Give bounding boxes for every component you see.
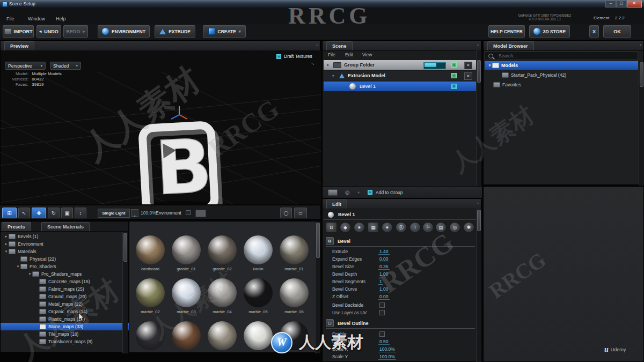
environment-swatch[interactable] — [195, 210, 206, 217]
param-value[interactable]: 0.00 — [378, 294, 390, 300]
add-to-group-checkbox[interactable] — [368, 190, 372, 195]
environment-button[interactable]: ENVIRONMENT — [98, 25, 150, 38]
material-thumb[interactable]: marble_02 — [134, 278, 166, 314]
light-dropdown-box[interactable]: ▾ — [131, 209, 138, 217]
tree-item-pro-shaders[interactable]: ▾Pro_Shaders — [1, 263, 137, 270]
material-thumb[interactable]: marble_01 — [278, 235, 310, 271]
material-thumb[interactable]: granite_02 — [206, 235, 238, 271]
menu-file[interactable]: File — [6, 16, 14, 21]
menu-window[interactable]: Window — [28, 16, 45, 21]
add-icon[interactable]: + — [357, 190, 360, 195]
model-delete-button[interactable]: ✕ — [464, 72, 472, 80]
expand-arrow-icon[interactable]: ▸ — [331, 73, 336, 78]
param-value[interactable]: 1.40 — [378, 249, 390, 255]
presets-scrollbar[interactable] — [122, 232, 128, 353]
environment-checkbox[interactable] — [186, 210, 191, 215]
material-thumb[interactable]: marble_05 — [242, 278, 274, 314]
tab-presets[interactable]: Presets — [2, 222, 31, 231]
store-3d-button[interactable]: 3D STORE — [529, 25, 570, 38]
tab-icon-ring[interactable]: ◎ — [449, 222, 460, 233]
close-window-button[interactable]: ✕ — [627, 1, 642, 8]
material-thumb[interactable]: marble_06 — [278, 278, 310, 314]
tab-icon-texture[interactable]: ▦ — [368, 222, 379, 233]
material-thumb[interactable] — [170, 321, 202, 350]
material-thumb[interactable]: granite_01 — [170, 235, 202, 271]
create-button[interactable]: CREATE ▾ — [203, 25, 246, 38]
camera-mode-dropdown[interactable]: Perspective ▾ — [5, 62, 46, 70]
shading-mode-dropdown[interactable]: Shaded ▾ — [50, 62, 81, 70]
model-browser-scrollbar[interactable] — [639, 61, 644, 186]
param-value[interactable]: 1.00 — [378, 286, 390, 292]
scene-row-group-folder[interactable]: ▸ Group Folder ▾ ✕ — [324, 60, 476, 70]
expand-arrow-icon[interactable]: ▾ — [487, 63, 492, 68]
edit-scrollbar[interactable] — [476, 209, 481, 362]
menu-help[interactable]: Help — [56, 16, 66, 21]
tab-scene[interactable]: Scene — [326, 41, 353, 50]
tab-edit[interactable]: Edit — [326, 200, 347, 209]
material-thumb[interactable]: marble_03 — [170, 278, 202, 314]
param-value[interactable]: 1.00 — [378, 271, 390, 277]
globe-icon[interactable]: ◎ — [345, 189, 350, 195]
scene-row-extrusion-model[interactable]: ▸ Extrusion Model ✕ — [324, 71, 476, 80]
panel-menu-arrow[interactable]: › — [640, 42, 641, 48]
undo-button[interactable]: ◂ UNDO — [36, 25, 61, 38]
tab-icon-bevel-text[interactable]: B — [326, 222, 337, 233]
new-folder-icon[interactable] — [328, 189, 338, 196]
panel-menu-arrow[interactable]: › — [316, 42, 318, 48]
bevel-backside-checkbox[interactable] — [379, 302, 385, 308]
material-thumb[interactable] — [206, 321, 238, 350]
search-input[interactable] — [497, 53, 628, 59]
material-thumb[interactable] — [134, 321, 166, 350]
browser-row-favorites[interactable]: Favorites — [485, 80, 638, 89]
render-sphere-tool[interactable]: ◯ — [280, 208, 292, 218]
help-center-button[interactable]: HELP CENTER — [488, 25, 525, 38]
expand-arrow-icon[interactable]: ▸ — [326, 63, 331, 67]
draft-textures-checkbox[interactable] — [276, 54, 281, 59]
param-value[interactable]: 0.00 — [378, 256, 390, 262]
move-tool[interactable]: ✚ — [32, 208, 46, 218]
import-button[interactable]: IMPORT — [3, 25, 34, 38]
tree-item-environment[interactable]: ▸Environment — [1, 240, 125, 248]
tab-icon-environment-sphere[interactable]: ● — [382, 222, 393, 233]
tab-icon-shield[interactable]: ◆ — [340, 222, 351, 233]
extrude-button[interactable]: EXTRUDE — [155, 25, 195, 38]
ok-button[interactable]: OK — [603, 25, 631, 38]
view-grid-tool[interactable]: ⊞ — [2, 208, 17, 218]
minimize-button[interactable]: – — [605, 1, 616, 8]
panel-menu-arrow[interactable]: › — [477, 201, 479, 206]
tab-icon-material-sphere[interactable]: ● — [354, 222, 365, 233]
tree-item-materials[interactable]: ▾Materials — [1, 248, 125, 255]
browser-row-starter-pack[interactable]: Starter_Pack_Physical (42) — [485, 71, 638, 79]
light-mode-dropdown[interactable]: Single Light — [98, 209, 130, 218]
param-value[interactable]: 100.0% — [378, 354, 396, 360]
param-value[interactable]: 1 — [378, 279, 383, 285]
model-search-box[interactable] — [485, 51, 638, 60]
group-delete-button[interactable]: ✕ — [464, 62, 472, 69]
material-thumb[interactable]: marble_04 — [206, 278, 238, 314]
scene-menu-edit[interactable]: Edit — [345, 52, 353, 57]
maximize-button[interactable]: ▢ — [616, 1, 627, 8]
material-thumb[interactable]: kaolin — [242, 235, 274, 271]
browser-row-models[interactable]: ▾ Models — [485, 61, 638, 70]
material-thumb[interactable] — [278, 321, 310, 350]
material-thumb[interactable]: cardboard — [134, 235, 166, 271]
fullscreen-tool[interactable]: ▭ — [294, 208, 307, 218]
tab-icon-array[interactable]: ▤ — [435, 222, 447, 233]
tab-preview[interactable]: Preview — [4, 41, 34, 50]
redo-button[interactable]: REDO ▸ — [63, 25, 88, 38]
cancel-x-button[interactable]: X — [589, 25, 599, 38]
panel-menu-arrow[interactable]: › — [477, 42, 479, 48]
select-tool[interactable]: ↖ — [18, 208, 30, 218]
frame-tool[interactable]: ▣ — [61, 208, 73, 218]
group-visibility-checkbox[interactable] — [451, 62, 457, 68]
tab-icon-light-b[interactable]: ⚐ — [422, 222, 434, 233]
tab-icon-settings-gear[interactable]: ✱ — [463, 222, 474, 233]
tree-item-bevels[interactable]: ▸Bevels (1) — [1, 233, 125, 240]
scene-scrollbar[interactable] — [476, 50, 481, 186]
outline-enable-checkbox[interactable] — [379, 331, 385, 337]
material-thumb[interactable] — [242, 321, 274, 350]
tab-icon-aux[interactable]: Ⓐ — [396, 222, 407, 233]
axis-tool[interactable]: ↕ — [75, 208, 86, 218]
scene-row-bevel-1[interactable]: Bevel 1 — [324, 82, 476, 91]
param-value[interactable]: 0.35 — [378, 264, 390, 270]
